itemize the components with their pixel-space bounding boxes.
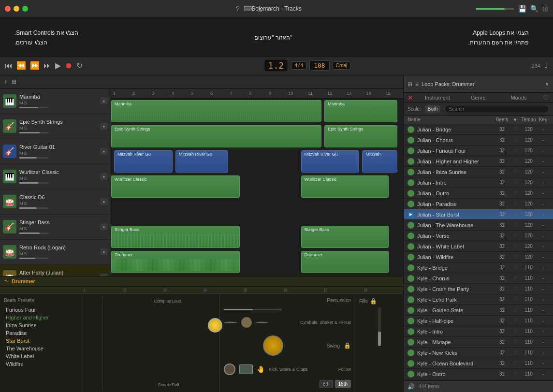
solo-icon[interactable]: S (24, 226, 27, 231)
add-track-button[interactable]: + (4, 78, 8, 86)
fills-slider[interactable] (378, 307, 381, 346)
loops-grid-icon[interactable]: ≡ (415, 81, 419, 87)
lane-river-guitar[interactable]: Mitzvah River Gu Mitzvah River Gu Mitzva… (111, 149, 403, 174)
back-button[interactable]: ⏪ (16, 61, 26, 70)
loops-close-button[interactable]: ✕ (407, 94, 413, 102)
loops-view-toggle[interactable]: ⊞ (407, 81, 412, 87)
loop-item[interactable]: Kyle - Mixtape32♡110- (404, 337, 553, 348)
loop-item[interactable]: Julian - Outro32♡120- (404, 188, 553, 199)
close-button[interactable] (5, 6, 11, 12)
track-item[interactable]: 🥁 After Party (Julian) M S ● (0, 265, 111, 276)
loops-instrument-tab[interactable]: Instrument (417, 95, 458, 101)
loop-item[interactable]: Kyle - Outro32♡110- (404, 369, 553, 379)
quantize-8th-button[interactable]: 8th (320, 380, 333, 388)
loop-play-icon[interactable]: ▶ (407, 211, 414, 218)
clip-marimba-2[interactable]: Marimba (324, 100, 397, 122)
loop-play-icon[interactable] (407, 286, 414, 292)
loop-item[interactable]: Kyle - New Kicks32♡110- (404, 348, 553, 358)
loop-play-icon[interactable] (407, 179, 414, 186)
loop-item[interactable]: Kyle - Ocean Boulevard32♡110- (404, 358, 553, 369)
track-item[interactable]: 🎹 Wurlitzer Classic M S ● (0, 164, 111, 189)
volume-knob[interactable]: ● (100, 223, 108, 230)
loop-heart-button[interactable]: ♡ (510, 254, 520, 260)
lane-stinger-bass[interactable]: Stinger Bass Stinger Bass (111, 224, 403, 249)
loop-item[interactable]: Kyle - Echo Park32♡110- (404, 294, 553, 305)
loop-play-icon[interactable] (407, 232, 414, 239)
beat-preset-star-burst[interactable]: Star Burst (4, 337, 78, 345)
maximize-button[interactable] (22, 6, 28, 12)
tempo-display[interactable]: 108 (309, 60, 329, 71)
search-input[interactable] (444, 105, 549, 113)
loop-heart-button[interactable]: ♡ (510, 371, 520, 377)
play-button[interactable]: ▶ (55, 61, 61, 70)
loop-item[interactable]: Julian - Bridge32♡120- (404, 124, 553, 135)
loop-play-icon[interactable] (407, 349, 414, 356)
quantize-16th-button[interactable]: 16th (335, 380, 351, 388)
lane-marimba[interactable]: Marimba Marimba (111, 99, 403, 124)
loop-item[interactable]: Julian - White Label32♡120- (404, 241, 553, 252)
save-icon[interactable]: 💾 (518, 5, 526, 13)
track-item[interactable]: 🎹 Marimba M S ● (0, 89, 111, 114)
loop-play-icon[interactable] (407, 339, 414, 346)
track-options-button[interactable]: ⊞ (12, 78, 16, 85)
beat-preset-white-label[interactable]: White Label (4, 352, 78, 360)
loop-play-icon[interactable] (407, 243, 414, 250)
loop-item[interactable]: Julian - Wildfire32♡120- (404, 252, 553, 262)
solo-icon[interactable]: S (24, 251, 27, 256)
mute-icon[interactable]: M (19, 201, 23, 206)
loop-item[interactable]: Julian - Furious Four32♡120- (404, 145, 553, 156)
track-item[interactable]: 🥁 Retro Rock (Logan) M S ● (0, 240, 111, 265)
minimize-button[interactable] (14, 6, 19, 12)
loop-item[interactable]: Kyle - Crash the Party32♡110- (404, 284, 553, 294)
loop-heart-button[interactable]: ♡ (510, 361, 520, 366)
beat-preset-paradise[interactable]: Paradise (4, 329, 78, 337)
loop-play-icon[interactable] (407, 147, 414, 154)
loops-genre-tab[interactable]: Genre (458, 95, 498, 101)
loop-play-icon[interactable] (407, 328, 414, 335)
volume-knob[interactable]: ● (100, 123, 108, 130)
loop-heart-button[interactable]: ♡ (510, 222, 520, 228)
loop-item[interactable]: Kyle - Bridge32♡110- (404, 262, 553, 273)
solo-icon[interactable]: S (24, 176, 27, 181)
loop-heart-button[interactable]: ♡ (510, 307, 520, 313)
mute-icon[interactable]: M (19, 126, 23, 131)
share-icon[interactable]: ⊞ (542, 5, 548, 13)
rewind-button[interactable]: ⏮ (5, 61, 13, 70)
beat-preset-higher-and-higher[interactable]: Higher and Higher (4, 314, 78, 321)
loop-item[interactable]: Kyle - Golden State32♡110- (404, 305, 553, 316)
lane-retro-rock[interactable]: Drummer Drummer (111, 249, 403, 275)
tuner-icon[interactable]: ♩ (544, 61, 548, 70)
loop-heart-button[interactable]: ♡ (510, 201, 520, 206)
solo-icon[interactable]: S (24, 151, 27, 156)
clip-retro-rock-2[interactable]: Drummer (301, 251, 389, 273)
loop-heart-button[interactable]: ♡ (510, 276, 520, 281)
loop-play-icon[interactable] (407, 190, 414, 197)
record-button[interactable]: ⏺ (65, 61, 73, 70)
lane-epic-synth[interactable]: Epic Synth Strings Epic Synth Strings (111, 124, 403, 149)
loop-play-icon[interactable] (407, 126, 414, 133)
beat-preset-ibiza-sunrise[interactable]: Ibiza Sunrise (4, 321, 78, 329)
loop-button[interactable]: ↻ (76, 61, 83, 70)
loop-item[interactable]: Julian - Verse32♡120- (404, 231, 553, 241)
help-icon[interactable]: ? (236, 5, 240, 13)
loop-heart-button[interactable]: ♡ (510, 233, 520, 238)
loop-play-icon[interactable] (407, 307, 414, 314)
loop-heart-button[interactable]: ♡ (510, 190, 520, 196)
loop-heart-button[interactable]: ♡ (510, 180, 520, 185)
loop-item[interactable]: Julian - Paradise32♡120- (404, 199, 553, 209)
loop-item[interactable]: Kyle - Half-pipe32♡110- (404, 316, 553, 326)
loops-moods-tab[interactable]: Moods (498, 95, 539, 101)
clip-wurlitzer-2[interactable]: Wurlitzer Classic (301, 175, 389, 198)
clip-river-guitar-4[interactable]: Mitzvah (362, 150, 397, 173)
loop-heart-button[interactable]: ♡ (510, 265, 520, 270)
loop-heart-button[interactable]: ♡ (510, 318, 520, 323)
mute-icon[interactable]: M (19, 226, 23, 231)
mute-icon[interactable]: M (19, 101, 23, 105)
track-item[interactable]: 🎸 Stinger Bass M S ● (0, 215, 111, 240)
solo-icon[interactable]: S (24, 201, 27, 206)
loops-heart-filter[interactable]: ♡ (543, 94, 549, 102)
track-volume[interactable] (19, 132, 48, 133)
solo-icon[interactable]: S (24, 101, 27, 105)
fills-lock-icon[interactable]: 🔒 (370, 298, 377, 305)
drum-feel-indicator[interactable] (208, 318, 222, 333)
